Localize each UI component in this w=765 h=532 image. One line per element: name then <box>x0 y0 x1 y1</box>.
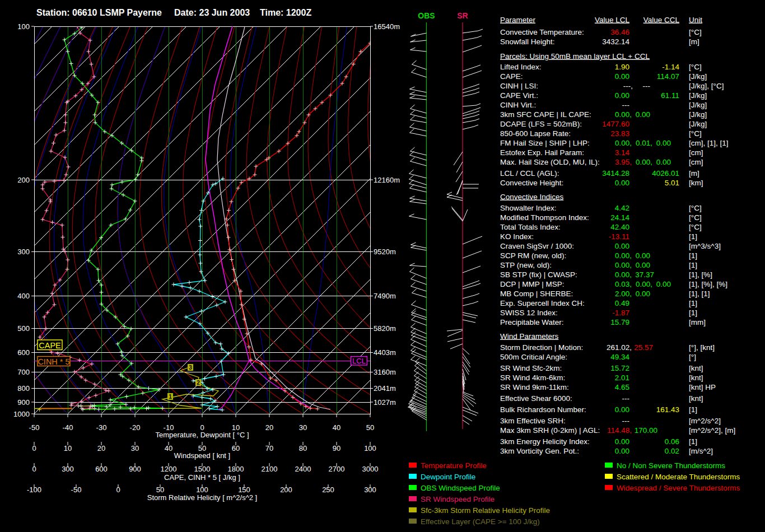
svg-text:OBS: OBS <box>418 11 435 20</box>
svg-text:0.00,: 0.00, <box>615 110 632 119</box>
svg-text:1500: 1500 <box>194 465 211 473</box>
svg-text:SR Wind 4km-6km:: SR Wind 4km-6km: <box>500 374 565 382</box>
svg-text:-30: -30 <box>96 423 107 432</box>
svg-text:0.00: 0.00 <box>656 139 671 147</box>
svg-text:25.57: 25.57 <box>634 343 653 352</box>
svg-text:1: 1 <box>169 394 172 400</box>
svg-text:SR Windspeed Profile: SR Windspeed Profile <box>421 495 495 503</box>
svg-text:114.48,: 114.48, <box>607 426 632 435</box>
svg-text:[m]: [m] <box>689 38 699 46</box>
svg-text:90: 90 <box>333 444 340 452</box>
svg-text:70: 70 <box>265 444 273 452</box>
svg-text:2700: 2700 <box>329 465 345 473</box>
svg-text:[°C]: [°C] <box>689 63 702 71</box>
svg-text:9520m: 9520m <box>374 248 396 256</box>
svg-text:42.40: 42.40 <box>610 223 629 231</box>
svg-text:4403m: 4403m <box>374 348 396 357</box>
svg-text:0: 0 <box>32 444 36 452</box>
svg-text:7490m: 7490m <box>374 292 396 300</box>
svg-text:-13.11: -13.11 <box>609 232 629 241</box>
svg-text:[m^3/s^3]: [m^3/s^3] <box>689 242 721 250</box>
svg-text:-1.14: -1.14 <box>662 63 679 71</box>
svg-text:0.00,: 0.00, <box>636 158 652 166</box>
svg-text:[m]: [m] <box>689 169 699 178</box>
svg-text:SB STP (fix) | CWASP:: SB STP (fix) | CWASP: <box>500 270 577 279</box>
svg-text:1000: 1000 <box>13 410 30 418</box>
svg-text:[knt]: [knt] <box>689 374 703 382</box>
svg-text:0.00: 0.00 <box>615 91 629 100</box>
svg-text:[km]: [km] <box>689 179 703 187</box>
svg-text:3.95,: 3.95, <box>615 158 632 166</box>
svg-text:0.00: 0.00 <box>636 110 650 119</box>
svg-text:0.00: 0.00 <box>615 242 629 250</box>
svg-text:Temperature Profile: Temperature Profile <box>421 461 487 470</box>
svg-text:-20: -20 <box>130 423 141 432</box>
svg-text:Snowfall Height:: Snowfall Height: <box>500 38 555 46</box>
svg-text:[m^2/s^2]: [m^2/s^2] <box>689 417 721 425</box>
svg-text:0.00: 0.00 <box>615 179 629 187</box>
svg-text:CAPE:: CAPE: <box>500 72 523 81</box>
svg-text:0.00,: 0.00, <box>615 270 632 279</box>
svg-text:LCL / CCL (AGL):: LCL / CCL (AGL): <box>500 169 559 178</box>
svg-text:40: 40 <box>333 423 340 432</box>
svg-text:5.01: 5.01 <box>665 179 679 187</box>
svg-text:170.00: 170.00 <box>635 426 657 435</box>
svg-text:2041m: 2041m <box>374 384 396 393</box>
svg-text:Parcels: Using 50mB mean layer: Parcels: Using 50mB mean layer LCL + CCL <box>500 52 650 60</box>
svg-text:[°C]: [°C] <box>689 129 702 138</box>
svg-text:CAPE, CINH * 5 [ J/kg ]: CAPE, CINH * 5 [ J/kg ] <box>164 473 240 482</box>
svg-text:0.00,: 0.00, <box>615 261 632 269</box>
svg-text:0.03,: 0.03, <box>615 280 632 288</box>
svg-text:MB Comp | SHERBE:: MB Comp | SHERBE: <box>500 290 573 298</box>
svg-text:3000: 3000 <box>362 465 379 473</box>
svg-text:0.00: 0.00 <box>636 251 650 260</box>
svg-text:[°C]: [°C] <box>689 223 702 231</box>
svg-text:200: 200 <box>280 486 292 494</box>
svg-text:No / Non Severe Thunderstorms: No / Non Severe Thunderstorms <box>617 461 725 470</box>
svg-text:900: 900 <box>129 465 141 473</box>
svg-text:30: 30 <box>131 444 139 452</box>
svg-text:---: --- <box>622 417 630 425</box>
svg-text:CINH | LSI:: CINH | LSI: <box>500 82 538 90</box>
svg-text:0.00,: 0.00, <box>615 251 632 260</box>
svg-text:STP (new, old):: STP (new, old): <box>500 261 552 269</box>
svg-text:Windspeed [ knt ]: Windspeed [ knt ] <box>174 451 230 460</box>
svg-text:Unit: Unit <box>689 16 702 24</box>
svg-text:KO Index:: KO Index: <box>500 232 534 241</box>
svg-text:Exp. Supercell Index CH:: Exp. Supercell Index CH: <box>500 299 585 307</box>
svg-text:24.14: 24.14 <box>610 213 629 222</box>
svg-text:0.01,: 0.01, <box>636 139 652 147</box>
svg-text:Effective Layer (CAPE >= 100 J: Effective Layer (CAPE >= 100 J/kg) <box>421 517 540 526</box>
svg-text:500m Critical Angle:: 500m Critical Angle: <box>500 353 567 361</box>
svg-text:4.42: 4.42 <box>615 204 629 212</box>
svg-text:Total Totals Index:: Total Totals Index: <box>500 223 561 231</box>
svg-text:850-600 Lapse Rate:: 850-600 Lapse Rate: <box>500 129 571 138</box>
svg-text:3.14: 3.14 <box>615 148 630 157</box>
svg-text:Showalter Index:: Showalter Index: <box>500 204 557 212</box>
svg-text:Temperature, Dewpoint [ °C ]: Temperature, Dewpoint [ °C ] <box>155 431 249 439</box>
svg-text:OBS Windspeed Profile: OBS Windspeed Profile <box>421 484 500 492</box>
svg-text:FM Hail Size | SHIP | LHP:: FM Hail Size | SHIP | LHP: <box>500 139 590 147</box>
svg-text:3: 3 <box>189 365 192 371</box>
svg-text:15.72: 15.72 <box>610 364 629 372</box>
svg-text:DCP | MMP | MSP:: DCP | MMP | MSP: <box>500 280 565 288</box>
svg-text:300: 300 <box>17 248 30 256</box>
svg-text:Max 3km SRH (0-2km) | AGL:: Max 3km SRH (0-2km) | AGL: <box>500 426 600 435</box>
svg-text:300: 300 <box>62 465 74 473</box>
svg-text:[1]: [1] <box>689 437 697 446</box>
svg-text:1477.60: 1477.60 <box>602 120 629 128</box>
svg-text:36.46: 36.46 <box>610 28 629 36</box>
svg-text:[°]: [°] <box>689 353 696 361</box>
svg-text:[1]: [1] <box>689 309 697 317</box>
svg-text:Parameter: Parameter <box>500 16 536 24</box>
svg-text:4.65: 4.65 <box>615 383 629 391</box>
svg-text:200: 200 <box>17 176 30 184</box>
svg-text:0.00: 0.00 <box>615 447 629 455</box>
svg-text:10: 10 <box>64 444 72 452</box>
svg-text:0.06: 0.06 <box>665 437 679 446</box>
svg-text:Wind Parameters: Wind Parameters <box>500 332 559 340</box>
svg-text:Modified Thompson Index:: Modified Thompson Index: <box>500 213 589 222</box>
svg-text:CINH Virt.:: CINH Virt.: <box>500 101 536 109</box>
svg-text:0: 0 <box>32 465 36 473</box>
svg-text:DCAPE (LFS = 502mB):: DCAPE (LFS = 502mB): <box>500 120 582 128</box>
